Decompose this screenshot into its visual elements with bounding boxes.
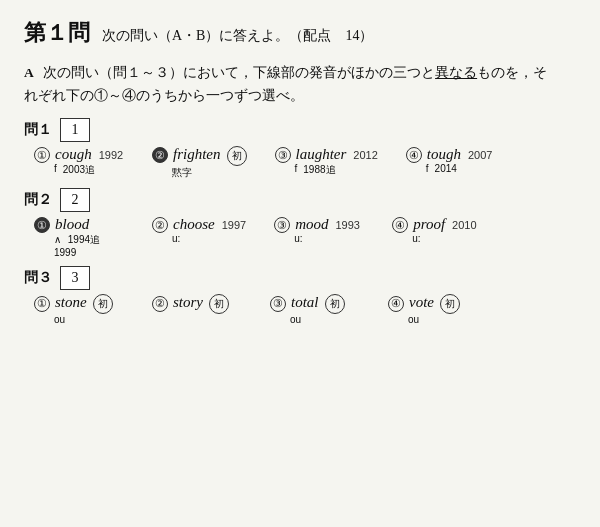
page-container: 第１問 次の問い（A・B）に答えよ。（配点 14） A 次の問い（問１～３）にお…: [24, 18, 576, 325]
phoneme: ou: [54, 314, 65, 325]
option-word: cough: [55, 146, 92, 163]
circle-num-icon: ①: [34, 147, 50, 163]
option-3-2: ② story 初: [152, 294, 242, 314]
option-word: frighten: [173, 146, 221, 163]
option-word: vote: [409, 294, 434, 311]
option-year: 2010: [452, 219, 476, 231]
option-year: 2007: [468, 149, 492, 161]
page-title: 第１問: [24, 18, 90, 48]
option-word: laughter: [296, 146, 347, 163]
circle-num-icon: ④: [406, 147, 422, 163]
phoneme: ou: [290, 314, 301, 325]
year2: 1999: [54, 247, 76, 258]
option-2-4: ④ proof 2010 u:: [392, 216, 482, 245]
options-row-2: ① blood ∧ 1994追 1999 ② choose 1997: [34, 216, 576, 259]
year: 1994追: [68, 234, 100, 245]
circle-num-icon: ③: [274, 217, 290, 233]
phoneme: u:: [172, 233, 180, 244]
option-word: total: [291, 294, 319, 311]
option-1-1: ① cough 1992 f 2003追: [34, 146, 124, 178]
option-year: 1993: [335, 219, 359, 231]
question-1-label: 問１: [24, 121, 52, 139]
option-2-2: ② choose 1997 u:: [152, 216, 246, 245]
option-word: stone: [55, 294, 87, 311]
header: 第１問 次の問い（A・B）に答えよ。（配点 14）: [24, 18, 576, 48]
question-1-row: 問１ 1: [24, 118, 576, 142]
question-1: 問１ 1 ① cough 1992 f 2003追 ② fright: [24, 118, 576, 180]
circle-num-icon: ③: [275, 147, 291, 163]
circle-num-icon: ③: [270, 296, 286, 312]
circle-num-icon: ④: [388, 296, 404, 312]
circle-num-icon: ①: [34, 296, 50, 312]
circle-num-icon: ②: [152, 217, 168, 233]
hatsu-badge: 初: [93, 294, 113, 314]
year2: 1988追: [303, 163, 335, 177]
note: 黙字: [172, 167, 192, 178]
section-label: A: [24, 65, 34, 80]
hatsu-badge: 初: [440, 294, 460, 314]
circle-num-filled-icon: ①: [34, 217, 50, 233]
circle-num-icon: ②: [152, 296, 168, 312]
options-row-1: ① cough 1992 f 2003追 ② frighten 初 黙字: [34, 146, 576, 180]
hatsu-badge: 初: [209, 294, 229, 314]
option-word: tough: [427, 146, 461, 163]
option-word: blood: [55, 216, 89, 233]
circle-num-icon: ④: [392, 217, 408, 233]
phoneme: ∧: [54, 234, 61, 245]
option-2-3: ③ mood 1993 u:: [274, 216, 364, 245]
answer-box-3: 3: [60, 266, 90, 290]
phoneme: f: [54, 163, 57, 177]
question-2-row: 問２ 2: [24, 188, 576, 212]
option-year: 2012: [353, 149, 377, 161]
option-year: 1992: [99, 149, 123, 161]
hatsu-badge: 初: [325, 294, 345, 314]
question-3: 問３ 3 ① stone 初 ou ② story 初: [24, 266, 576, 325]
option-1-4: ④ tough 2007 f 2014: [406, 146, 496, 175]
option-3-1: ① stone 初 ou: [34, 294, 124, 325]
hatsu-badge: 初: [227, 146, 247, 166]
option-3-4: ④ vote 初 ou: [388, 294, 478, 325]
header-subtitle: 次の問い（A・B）に答えよ。（配点 14）: [102, 27, 373, 45]
options-row-3: ① stone 初 ou ② story 初: [34, 294, 576, 325]
answer-box-2: 2: [60, 188, 90, 212]
answer-box-1: 1: [60, 118, 90, 142]
instruction-text: 次の問い（問１～３）において，下線部の発音がほかの三つと異なるものを，それぞれ下…: [24, 65, 547, 103]
option-2-1: ① blood ∧ 1994追 1999: [34, 216, 124, 259]
option-word: mood: [295, 216, 328, 233]
phoneme: f: [295, 163, 298, 177]
year2: 2014: [435, 163, 457, 174]
question-2: 問２ 2 ① blood ∧ 1994追 1999 ②: [24, 188, 576, 259]
option-word: story: [173, 294, 203, 311]
option-word: choose: [173, 216, 215, 233]
option-3-3: ③ total 初 ou: [270, 294, 360, 325]
question-3-row: 問３ 3: [24, 266, 576, 290]
section-a-instruction: A 次の問い（問１～３）において，下線部の発音がほかの三つと異なるものを，それぞ…: [24, 62, 576, 108]
phoneme: u:: [294, 233, 302, 244]
phoneme: ou: [408, 314, 419, 325]
option-word: proof: [413, 216, 445, 233]
phoneme: f: [426, 163, 429, 174]
circle-num-filled-icon: ②: [152, 147, 168, 163]
question-2-label: 問２: [24, 191, 52, 209]
option-1-3: ③ laughter 2012 f 1988追: [275, 146, 378, 178]
option-1-2: ② frighten 初 黙字: [152, 146, 247, 180]
phoneme: u:: [412, 233, 420, 244]
option-year: 1997: [222, 219, 246, 231]
question-3-label: 問３: [24, 269, 52, 287]
year2: 2003追: [63, 163, 95, 177]
